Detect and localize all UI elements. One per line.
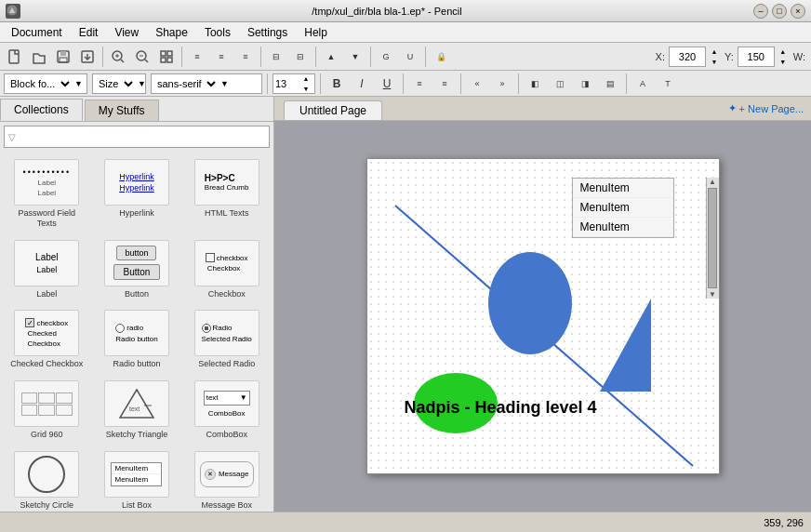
filter-icon: ▽ xyxy=(8,132,16,142)
canvas-sb-up-icon: ▲ xyxy=(709,178,716,186)
indent-more-button[interactable]: » xyxy=(491,73,513,95)
menu-tools[interactable]: Tools xyxy=(197,24,238,41)
distribute-h-button[interactable]: ⊟ xyxy=(265,46,287,68)
search-input[interactable] xyxy=(20,130,265,143)
order-back-button[interactable]: ▼ xyxy=(344,46,366,68)
text-center-button[interactable]: ◫ xyxy=(549,73,571,95)
list-item[interactable]: radio Radio button Radio button xyxy=(94,306,180,373)
font-family-arrow: ▼ xyxy=(219,79,231,88)
lock-button[interactable]: 🔒 xyxy=(430,46,452,68)
canvas-triangle xyxy=(600,299,651,392)
list-item[interactable]: ✓ checkbox Checked Checkbox Checked Chec… xyxy=(4,306,90,373)
list-item[interactable]: ✕ Message Message Box xyxy=(183,447,270,512)
zoom-in-button[interactable] xyxy=(107,46,129,68)
font-size-input[interactable] xyxy=(273,74,299,93)
text-color-button[interactable]: T xyxy=(657,73,679,95)
tab-my-stuffs[interactable]: My Stuffs xyxy=(85,100,159,121)
zoom-fit-button[interactable] xyxy=(155,46,178,68)
canvas-heading: Nadpis - Heading level 4 xyxy=(405,398,597,418)
item-preview-message: ✕ Message xyxy=(194,451,259,498)
maximize-button[interactable]: □ xyxy=(772,4,787,19)
list-item[interactable]: MenuItem MenuItem List Box xyxy=(94,447,180,512)
open-button[interactable] xyxy=(28,46,50,68)
save-button[interactable] xyxy=(52,46,74,68)
list-item[interactable]: text Sketchy Triangle xyxy=(94,377,180,444)
export-button[interactable] xyxy=(76,46,99,68)
canvas-menu-box: MenuItem MenuItem MenuItem xyxy=(572,178,674,238)
item-preview-password: •••••••••• Label Label xyxy=(14,159,79,206)
search-bar: ▽ xyxy=(0,122,273,152)
font-size-down[interactable]: ▼ xyxy=(299,84,312,94)
list-item[interactable]: button Button Button xyxy=(94,236,180,303)
x-input[interactable] xyxy=(669,47,706,67)
menu-help[interactable]: Help xyxy=(297,24,335,41)
sidebar-tabs: Collections My Stuffs xyxy=(0,97,273,122)
align-left-button[interactable]: ≡ xyxy=(186,46,208,68)
list-item[interactable]: Radio Selected Radio Selected Radio xyxy=(183,306,270,373)
page-tabs-bar: Untitled Page ✦ + New Page... xyxy=(274,97,811,121)
align-center-button[interactable]: ≡ xyxy=(210,46,233,68)
y-spin-up[interactable]: ▲ xyxy=(777,47,790,57)
menu-document[interactable]: Document xyxy=(4,24,70,41)
item-preview-combobox: text ▼ ComboBox xyxy=(194,380,259,427)
tab-collections[interactable]: Collections xyxy=(0,99,83,121)
close-button[interactable]: × xyxy=(791,4,805,19)
toolbar-2: Block fo... ▼ Size ▼ sans-serif ▼ ▲ ▼ B … xyxy=(0,71,811,97)
align-right-button[interactable]: ≡ xyxy=(234,46,257,68)
plus-icon: ✦ xyxy=(728,102,737,114)
underline-button[interactable]: U xyxy=(376,73,398,95)
canvas-scroll[interactable]: MenuItem MenuItem MenuItem ▲ ▼ Nadpis - … xyxy=(274,121,811,512)
canvas-area: Untitled Page ✦ + New Page... xyxy=(274,97,811,512)
font-family-select[interactable]: sans-serif xyxy=(152,74,219,93)
list-item[interactable]: Hyperlink Hyperlink Hyperlink xyxy=(94,155,180,233)
text-right-button[interactable]: ◨ xyxy=(574,73,596,95)
menu-view[interactable]: View xyxy=(107,24,146,41)
size-select[interactable]: Size xyxy=(93,74,136,93)
zoom-out-button[interactable] xyxy=(131,46,153,68)
svg-rect-16 xyxy=(161,58,166,62)
block-format-arrow: ▼ xyxy=(73,79,85,88)
font-size-up[interactable]: ▲ xyxy=(299,73,312,84)
list-item[interactable]: checkbox Checkbox Checkbox xyxy=(183,236,270,303)
x-spin-up[interactable]: ▲ xyxy=(708,47,721,57)
x-spin-down[interactable]: ▼ xyxy=(708,57,721,67)
minimize-button[interactable]: – xyxy=(753,4,768,19)
item-preview-checkbox: checkbox Checkbox xyxy=(194,240,259,286)
distribute-v-button[interactable]: ⊟ xyxy=(289,46,312,68)
list-item[interactable]: Sketchy Circle xyxy=(4,447,90,512)
menu-shape[interactable]: Shape xyxy=(148,24,195,41)
bold-button[interactable]: B xyxy=(326,73,348,95)
new-page-button[interactable]: ✦ + New Page... xyxy=(721,99,811,118)
list-item[interactable]: Grid 960 xyxy=(4,377,90,444)
number-list-button[interactable]: ≡ xyxy=(433,73,456,95)
item-preview-selected-radio: Radio Selected Radio xyxy=(194,310,259,356)
menu-edit[interactable]: Edit xyxy=(72,24,106,41)
canvas-menu-item-1: MenuItem xyxy=(573,179,673,198)
menu-settings[interactable]: Settings xyxy=(240,24,295,41)
list-item[interactable]: text ▼ ComboBox ComboBox xyxy=(183,377,270,444)
item-preview-grid xyxy=(14,380,79,427)
font-color-button[interactable]: A xyxy=(632,73,654,95)
indent-less-button[interactable]: « xyxy=(466,73,488,95)
list-item[interactable]: H>P>C Bread Crumb HTML Texts xyxy=(183,155,270,233)
bullet-list-button[interactable]: ≡ xyxy=(408,73,431,95)
y-spin-down[interactable]: ▼ xyxy=(777,57,790,67)
cursor-coords: 359, 296 xyxy=(764,517,804,528)
group-button[interactable]: G xyxy=(375,46,397,68)
item-label: Label xyxy=(36,289,57,299)
y-input[interactable] xyxy=(738,47,775,67)
ungroup-button[interactable]: U xyxy=(399,46,421,68)
page-tab-untitled[interactable]: Untitled Page xyxy=(284,100,382,120)
canvas-sb-down-icon: ▼ xyxy=(709,290,716,299)
block-format-select[interactable]: Block fo... xyxy=(5,74,73,93)
item-preview-html: H>P>C Bread Crumb xyxy=(194,159,259,206)
order-front-button[interactable]: ▲ xyxy=(320,46,342,68)
text-justify-button[interactable]: ▤ xyxy=(599,73,621,95)
list-item[interactable]: Label Label Label xyxy=(4,236,90,303)
new-doc-button[interactable] xyxy=(4,46,26,68)
canvas-ellipse-blue xyxy=(488,252,572,354)
text-left-button[interactable]: ◧ xyxy=(524,73,546,95)
italic-button[interactable]: I xyxy=(351,73,373,95)
svg-line-8 xyxy=(121,60,124,62)
list-item[interactable]: •••••••••• Label Label Password FieldTex… xyxy=(4,155,90,233)
